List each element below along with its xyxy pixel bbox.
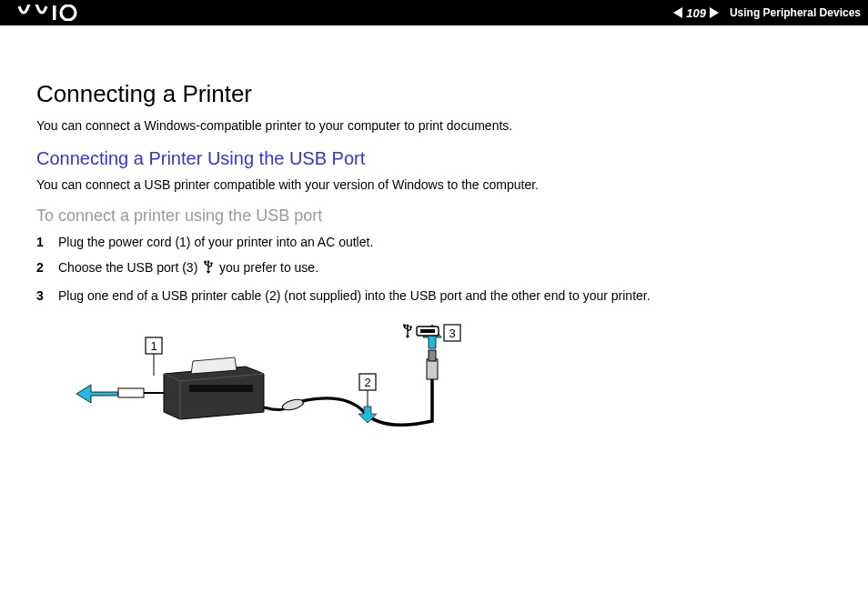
step-number: 3 (36, 288, 58, 303)
svg-point-11 (281, 397, 305, 412)
svg-rect-14 (427, 359, 438, 379)
printer-diagram: 1 2 (73, 321, 832, 461)
step-item: 1 Plug the power cord (1) of your printe… (36, 235, 832, 249)
diagram-label-2: 2 (364, 376, 370, 389)
svg-rect-18 (403, 325, 406, 327)
step-number: 1 (36, 235, 58, 249)
svg-point-1 (61, 5, 76, 20)
page-content: Connecting a Printer You can connect a W… (0, 25, 868, 479)
svg-rect-8 (118, 388, 144, 397)
nav-next-icon[interactable] (710, 7, 719, 18)
vaio-logo (18, 5, 100, 21)
step-text-before: Choose the USB port (3) (58, 260, 201, 275)
task-heading: To connect a printer using the USB port (36, 206, 832, 226)
step-item: 2 Choose the USB port (3) you prefer to … (36, 260, 832, 277)
printer-illustration (164, 357, 264, 419)
svg-point-19 (409, 326, 412, 328)
header-right: 109 Using Peripheral Devices (673, 6, 861, 20)
step-list: 1 Plug the power cord (1) of your printe… (36, 235, 832, 303)
step-text-after: you prefer to use. (219, 260, 318, 275)
step-text: Choose the USB port (3) you prefer to us… (58, 260, 832, 277)
nav-prev-icon[interactable] (673, 7, 682, 18)
header-bar: 109 Using Peripheral Devices (0, 0, 868, 25)
step-number: 2 (36, 260, 58, 275)
header-section-title: Using Peripheral Devices (730, 6, 861, 19)
page-number: 109 (684, 6, 708, 20)
page-nav: 109 (673, 6, 719, 20)
svg-rect-0 (53, 5, 56, 20)
usb-symbol-icon (403, 325, 412, 339)
diagram-label-3: 3 (449, 327, 455, 340)
step-text: Plug the power cord (1) of your printer … (58, 235, 832, 249)
diagram-label-1: 1 (150, 339, 156, 353)
svg-rect-10 (189, 385, 253, 392)
step-item: 3 Plug one end of a USB printer cable (2… (36, 288, 832, 303)
intro-text: You can connect a Windows-compatible pri… (36, 117, 832, 136)
svg-rect-15 (429, 350, 436, 361)
section-subtitle: Connecting a Printer Using the USB Port (36, 148, 832, 169)
svg-rect-4 (204, 261, 206, 263)
page-title: Connecting a Printer (36, 80, 832, 108)
sub-intro-text: You can connect a USB printer compatible… (36, 176, 832, 195)
step-text: Plug one end of a USB printer cable (2) … (58, 288, 832, 303)
svg-point-5 (210, 262, 212, 264)
svg-rect-21 (420, 329, 435, 333)
usb-icon (203, 260, 214, 277)
